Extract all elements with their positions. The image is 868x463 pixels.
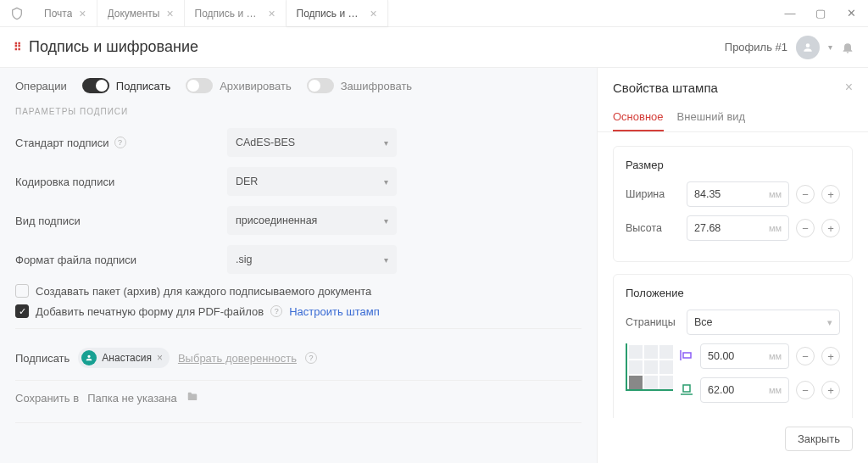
height-input[interactable]: 27.68мм	[687, 215, 789, 241]
increment-button[interactable]: +	[821, 381, 840, 399]
tab-documents[interactable]: Документы×	[97, 0, 185, 26]
select-type[interactable]: присоединенная▾	[227, 206, 397, 235]
divider	[15, 328, 581, 329]
decrement-button[interactable]: −	[796, 347, 815, 365]
decrement-button[interactable]: −	[796, 381, 815, 399]
page-header: ⠿ Подпись и шифрование Профиль #1 ▾	[0, 27, 868, 68]
minimize-button[interactable]: —	[776, 0, 804, 27]
height-label: Высота	[626, 222, 680, 234]
tab-bar: Почта× Документы× Подпись и шиф...× Подп…	[34, 0, 776, 26]
pages-select[interactable]: Все▾	[687, 310, 840, 335]
anchor-cell[interactable]	[659, 345, 673, 359]
user-chip[interactable]: Анастасия ×	[78, 348, 170, 368]
select-encoding[interactable]: DER▾	[227, 167, 397, 196]
save-label: Сохранить в	[15, 392, 79, 404]
close-panel-icon[interactable]: ×	[845, 80, 853, 95]
label-type: Вид подписи	[15, 215, 227, 227]
label-encoding: Кодировка подписи	[15, 176, 227, 188]
select-standard[interactable]: CAdES-BES▾	[227, 128, 397, 157]
divider	[15, 380, 581, 381]
chevron-down-icon: ▾	[384, 255, 388, 265]
close-icon[interactable]: ×	[268, 7, 275, 20]
help-icon[interactable]: ?	[305, 352, 317, 364]
anchor-cell[interactable]	[659, 376, 673, 389]
app-logo-icon	[0, 7, 34, 20]
x-input[interactable]: 50.00мм	[700, 343, 789, 369]
chevron-down-icon: ▾	[384, 138, 388, 148]
align-horizontal-icon	[680, 349, 693, 364]
width-input[interactable]: 84.35мм	[687, 181, 789, 207]
section-title: ПАРАМЕТРЫ ПОДПИСИ	[15, 107, 581, 116]
svg-rect-3	[683, 353, 691, 358]
anchor-cell[interactable]	[644, 345, 658, 359]
align-vertical-icon	[680, 383, 693, 398]
toggle-encrypt[interactable]	[307, 78, 334, 93]
stamp-properties-panel: Свойства штампа × Основное Внешний вид Р…	[597, 68, 868, 463]
proxy-link[interactable]: Выбрать доверенность	[178, 352, 297, 365]
titlebar: Почта× Документы× Подпись и шиф...× Подп…	[0, 0, 868, 27]
toggle-archive[interactable]	[186, 78, 213, 93]
divider	[15, 422, 581, 423]
chevron-down-icon: ▾	[384, 216, 388, 226]
close-button[interactable]: Закрыть	[785, 427, 853, 451]
anchor-cell[interactable]	[644, 360, 658, 374]
user-avatar-icon	[81, 350, 97, 365]
close-icon[interactable]: ×	[79, 7, 86, 20]
anchor-cell[interactable]	[629, 345, 643, 359]
anchor-cell[interactable]	[644, 376, 658, 389]
operations-label: Операции	[15, 80, 67, 92]
tab-main[interactable]: Основное	[613, 103, 664, 131]
page-title: Подпись и шифрование	[29, 38, 198, 56]
remove-chip-icon[interactable]: ×	[157, 352, 163, 364]
save-folder: Папка не указана	[87, 392, 177, 404]
anchor-cell[interactable]	[629, 376, 643, 389]
tab-appearance[interactable]: Внешний вид	[677, 103, 746, 131]
close-button[interactable]: ✕	[837, 0, 865, 27]
apps-grid-icon[interactable]: ⠿	[14, 41, 20, 53]
label-standard: Стандарт подписи?	[15, 137, 227, 149]
profile-label[interactable]: Профиль #1	[725, 41, 787, 53]
y-input[interactable]: 62.00мм	[700, 377, 789, 403]
select-format[interactable]: .sig▾	[227, 245, 397, 274]
sign-label: Подписать	[15, 352, 70, 365]
width-label: Ширина	[626, 188, 680, 200]
chevron-down-icon[interactable]: ▾	[828, 42, 832, 52]
increment-button[interactable]: +	[821, 347, 840, 365]
position-card: Положение Страницы Все▾	[613, 274, 853, 418]
label-format: Формат файла подписи	[15, 254, 227, 266]
bell-icon[interactable]	[841, 41, 854, 54]
svg-rect-5	[683, 385, 690, 392]
checkbox-pdf[interactable]: ✓	[15, 304, 29, 318]
anchor-grid	[626, 343, 673, 391]
folder-icon[interactable]	[186, 391, 199, 405]
chevron-down-icon: ▾	[384, 177, 388, 187]
avatar[interactable]	[796, 36, 820, 59]
help-icon[interactable]: ?	[270, 305, 282, 317]
panel-title: Свойства штампа	[613, 81, 718, 95]
close-icon[interactable]: ×	[370, 7, 376, 20]
decrement-button[interactable]: −	[796, 185, 815, 204]
chevron-down-icon: ▾	[827, 317, 832, 328]
checkbox-archive[interactable]	[15, 284, 29, 298]
tab-sign-2[interactable]: Подпись и шиф...×	[287, 0, 388, 26]
increment-button[interactable]: +	[821, 185, 840, 204]
toggle-sign[interactable]	[82, 78, 109, 93]
configure-stamp-link[interactable]: Настроить штамп	[289, 305, 380, 318]
close-icon[interactable]: ×	[166, 7, 173, 20]
anchor-cell[interactable]	[629, 360, 643, 374]
tab-mail[interactable]: Почта×	[34, 0, 97, 26]
help-icon[interactable]: ?	[114, 137, 126, 148]
operations-row: Операции Подписать Архивировать Зашифров…	[15, 78, 581, 93]
main-content: Операции Подписать Архивировать Зашифров…	[0, 68, 597, 463]
increment-button[interactable]: +	[821, 219, 840, 237]
window-controls: — ▢ ✕	[776, 0, 868, 27]
pages-label: Страницы	[626, 316, 680, 328]
tab-sign-1[interactable]: Подпись и шиф...×	[185, 0, 287, 26]
size-card: Размер Ширина 84.35мм − + Высота 27.68мм…	[613, 146, 853, 262]
decrement-button[interactable]: −	[796, 219, 815, 237]
anchor-cell[interactable]	[659, 360, 673, 374]
maximize-button[interactable]: ▢	[807, 0, 834, 27]
